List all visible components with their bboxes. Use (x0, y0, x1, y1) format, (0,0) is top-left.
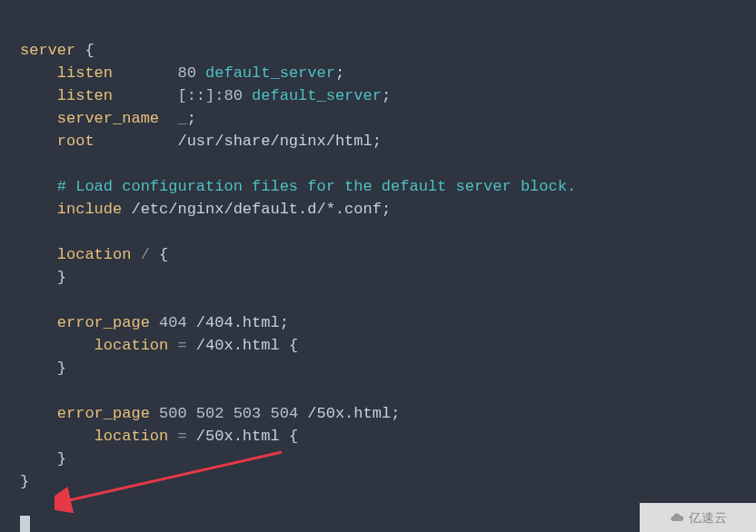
code500: 500 (159, 405, 187, 422)
code504: 504 (270, 405, 298, 422)
eq: = (177, 428, 186, 445)
path: /50x.html (307, 405, 391, 422)
keyword-error-page: error_page (57, 314, 150, 331)
path: /etc/nginx/default.d/*.conf (131, 201, 381, 218)
ipv6: [::]: (177, 87, 224, 104)
keyword-include: include (57, 201, 122, 218)
brace: { (289, 337, 298, 354)
semicolon: ; (187, 110, 196, 127)
keyword-listen: listen (57, 64, 113, 82)
semicolon: ; (335, 64, 344, 82)
keyword-error-page: error_page (57, 405, 150, 422)
keyword-root: root (57, 133, 94, 150)
brace: { (289, 428, 298, 445)
comment: # Load configuration files for the defau… (57, 178, 576, 195)
keyword-location: location (57, 246, 132, 263)
cloud-icon (670, 510, 684, 525)
path: /40x.html (196, 337, 280, 354)
semicolon: ; (373, 133, 382, 150)
brace: } (57, 269, 66, 286)
semicolon: ; (280, 314, 289, 331)
brace: { (85, 42, 94, 59)
path: /usr/share/nginx/html (177, 133, 372, 150)
watermark-badge: 亿速云 (640, 503, 756, 532)
brace: } (57, 450, 66, 468)
code-editor[interactable]: server { listen 80 default_server; liste… (0, 0, 756, 532)
keyword-location: location (94, 337, 169, 354)
semicolon: ; (391, 405, 400, 422)
keyword-default-server: default_server (205, 64, 335, 82)
watermark-text: 亿速云 (689, 507, 727, 529)
brace: { (159, 246, 168, 263)
underscore: _ (177, 110, 186, 127)
slash: / (141, 246, 150, 263)
keyword-listen: listen (57, 87, 113, 104)
brace: } (57, 360, 66, 377)
eq: = (177, 337, 186, 354)
text-cursor (20, 516, 30, 532)
port: 80 (177, 64, 195, 82)
keyword-server-name: server_name (57, 110, 159, 127)
keyword-server: server (20, 42, 75, 59)
semicolon: ; (382, 201, 391, 218)
brace: } (20, 473, 29, 490)
port: 80 (224, 87, 242, 104)
code404: 404 (159, 314, 187, 331)
code502: 502 (196, 405, 224, 422)
keyword-location: location (94, 428, 169, 445)
path: /404.html (196, 314, 280, 331)
keyword-default-server: default_server (252, 87, 382, 104)
code503: 503 (234, 405, 262, 422)
path: /50x.html (196, 428, 280, 445)
semicolon: ; (382, 87, 391, 104)
